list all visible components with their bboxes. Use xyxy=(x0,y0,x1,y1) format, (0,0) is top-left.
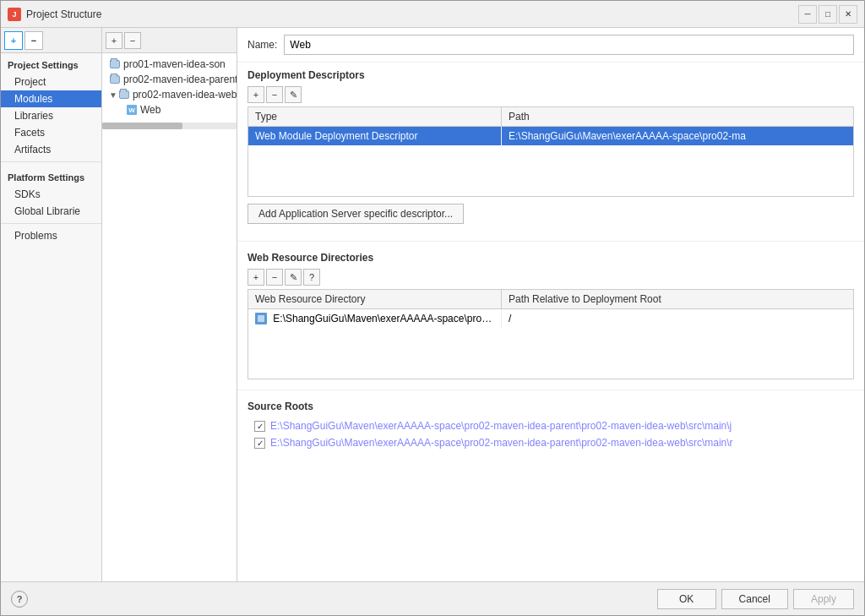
platform-settings-heading: Platform Settings xyxy=(1,166,101,186)
wr-add-button[interactable]: + xyxy=(248,269,264,286)
minimize-button[interactable]: ─ xyxy=(798,5,817,24)
dd-table-row[interactable]: Web Module Deployment Descriptor E:\Shan… xyxy=(248,127,853,145)
footer-left: ? xyxy=(11,591,657,608)
tree-remove-button[interactable]: − xyxy=(124,32,141,49)
wr-dir-cell: E:\ShangGuiGu\Maven\exerAAAAA-space\pro0… xyxy=(248,309,502,328)
deployment-descriptors-toolbar: + − ✎ xyxy=(248,86,854,103)
deployment-descriptors-title: Deployment Descriptors xyxy=(248,69,854,81)
dd-table-empty xyxy=(248,145,853,196)
source-root-checkbox-2[interactable] xyxy=(254,438,265,449)
section-divider-2 xyxy=(237,390,864,390)
footer: ? OK Cancel Apply xyxy=(1,581,864,615)
svg-text:W: W xyxy=(128,106,135,114)
sidebar-item-problems[interactable]: Problems xyxy=(1,227,101,244)
ok-button[interactable]: OK xyxy=(657,589,716,609)
sidebar-item-libraries[interactable]: Libraries xyxy=(1,107,101,124)
wr-table-empty xyxy=(248,328,853,379)
app-icon: J xyxy=(8,8,21,21)
tree-add-button[interactable]: + xyxy=(106,32,122,49)
window-controls: ─ □ ✕ xyxy=(798,5,857,24)
expand-arrow-pro02-web: ▼ xyxy=(109,90,117,100)
source-root-checkbox-1[interactable] xyxy=(254,421,265,432)
name-input[interactable] xyxy=(284,35,854,55)
sidebar-divider-2 xyxy=(1,223,101,224)
window-title: Project Structure xyxy=(26,8,798,20)
remove-button[interactable]: − xyxy=(24,31,43,50)
dd-edit-button[interactable]: ✎ xyxy=(285,86,302,103)
col-path-header: Path xyxy=(502,107,853,126)
dd-path-cell: E:\ShangGuiGu\Maven\exerAAAAA-space\pro0… xyxy=(502,127,853,145)
wr-col-dir-header: Web Resource Directory xyxy=(248,290,502,308)
wr-table-row[interactable]: E:\ShangGuiGu\Maven\exerAAAAA-space\pro0… xyxy=(248,309,853,328)
tree-item-pro01[interactable]: pro01-maven-idea-son xyxy=(102,57,237,72)
source-root-path-1: E:\ShangGuiGu\Maven\exerAAAAA-space\pro0… xyxy=(270,420,732,432)
web-resource-title: Web Resource Directories xyxy=(248,252,854,264)
tree-item-pro02-parent[interactable]: pro02-maven-idea-parent xyxy=(102,72,237,87)
source-root-item-2[interactable]: E:\ShangGuiGu\Maven\exerAAAAA-space\pro0… xyxy=(248,434,854,451)
tree-scrollbar-thumb[interactable] xyxy=(102,123,182,129)
web-module-icon: W xyxy=(126,104,138,116)
cancel-button[interactable]: Cancel xyxy=(721,589,788,609)
web-resource-directories-section: Web Resource Directories + − ✎ ? Web Res… xyxy=(237,245,864,386)
tree-toolbar: + − xyxy=(102,28,237,53)
source-roots-title: Source Roots xyxy=(248,401,854,412)
dd-type-cell: Web Module Deployment Descriptor xyxy=(248,127,502,145)
table-header-dd: Type Path xyxy=(248,107,853,127)
help-button[interactable]: ? xyxy=(11,591,28,608)
sidebar-item-facets[interactable]: Facets xyxy=(1,124,101,141)
footer-right: OK Cancel Apply xyxy=(657,589,854,609)
tree-item-pro02-web[interactable]: ▼ pro02-maven-idea-web xyxy=(102,87,237,102)
deployment-descriptors-section: Deployment Descriptors + − ✎ Type Path W… xyxy=(237,63,864,237)
deployment-descriptors-table: Type Path Web Module Deployment Descript… xyxy=(248,106,854,197)
add-descriptor-button[interactable]: Add Application Server specific descript… xyxy=(248,204,464,224)
sidebar-toolbar: + − xyxy=(1,28,101,53)
sidebar-divider xyxy=(1,161,101,162)
wr-table-header: Web Resource Directory Path Relative to … xyxy=(248,290,853,309)
source-root-item-1[interactable]: E:\ShangGuiGu\Maven\exerAAAAA-space\pro0… xyxy=(248,417,854,434)
project-structure-window: J Project Structure ─ □ ✕ + − Project Se… xyxy=(0,0,865,616)
wr-col-path-header: Path Relative to Deployment Root xyxy=(502,290,853,308)
source-root-path-2: E:\ShangGuiGu\Maven\exerAAAAA-space\pro0… xyxy=(270,437,733,449)
add-button[interactable]: + xyxy=(4,31,23,50)
sidebar-item-modules[interactable]: Modules xyxy=(1,90,101,107)
section-divider-1 xyxy=(237,241,864,242)
wr-help-button[interactable]: ? xyxy=(303,269,320,286)
sidebar-item-artifacts[interactable]: Artifacts xyxy=(1,141,101,158)
web-resource-table: Web Resource Directory Path Relative to … xyxy=(248,289,854,379)
module-tree-panel: + − pro01-maven-idea-son pro02-maven-ide… xyxy=(102,28,237,581)
sidebar-item-project[interactable]: Project xyxy=(1,74,101,90)
close-button[interactable]: ✕ xyxy=(839,5,857,24)
maximize-button[interactable]: □ xyxy=(819,5,837,24)
main-scroll-area: Deployment Descriptors + − ✎ Type Path W… xyxy=(237,63,864,581)
title-bar: J Project Structure ─ □ ✕ xyxy=(1,1,864,28)
detail-panel: Name: Deployment Descriptors + − ✎ Type xyxy=(237,28,864,581)
folder-icon-pro02-web xyxy=(118,89,130,101)
sidebar: + − Project Settings Project Modules Lib… xyxy=(1,28,102,581)
tree-item-web[interactable]: W Web xyxy=(102,102,237,117)
project-settings-heading: Project Settings xyxy=(1,53,101,74)
dd-remove-button[interactable]: − xyxy=(266,86,283,103)
folder-icon-pro01 xyxy=(109,58,121,70)
sidebar-item-sdks[interactable]: SDKs xyxy=(1,186,101,203)
name-label: Name: xyxy=(248,39,277,51)
wr-path-cell: / xyxy=(502,309,853,328)
folder-icon-pro02-parent xyxy=(109,74,121,85)
web-resource-toolbar: + − ✎ ? xyxy=(248,269,854,286)
col-type-header: Type xyxy=(248,107,502,126)
tree-scrollbar[interactable] xyxy=(102,123,237,129)
path-icon xyxy=(255,313,267,324)
tree-content: pro01-maven-idea-son pro02-maven-idea-pa… xyxy=(102,53,237,121)
source-roots-section: Source Roots E:\ShangGuiGu\Maven\exerAAA… xyxy=(237,394,864,458)
dd-add-button[interactable]: + xyxy=(248,86,264,103)
main-content-area: + − Project Settings Project Modules Lib… xyxy=(1,28,864,581)
sidebar-item-global-libraries[interactable]: Global Librarie xyxy=(1,203,101,220)
name-row: Name: xyxy=(237,28,864,63)
wr-edit-button[interactable]: ✎ xyxy=(285,269,302,286)
apply-button[interactable]: Apply xyxy=(793,589,854,609)
wr-remove-button[interactable]: − xyxy=(266,269,283,286)
